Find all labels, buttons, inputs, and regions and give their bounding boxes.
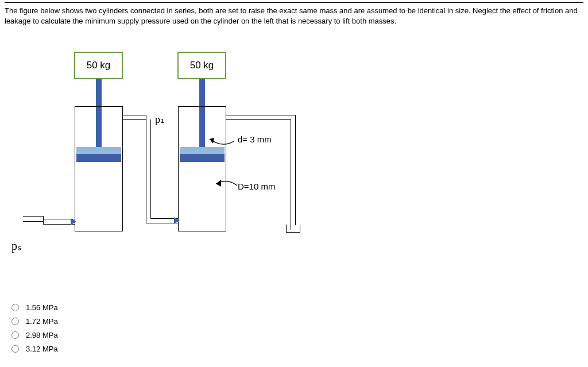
option-3-radio[interactable] [11, 331, 19, 339]
mass-left: 50 kg [74, 52, 123, 79]
answer-options: 1.56 MPa 1.72 MPa 2.98 MPa 3.12 MPa [11, 303, 58, 358]
option-1-radio[interactable] [11, 304, 19, 311]
diagram: 50 kg 50 kg p₁ pₛ d= 3 mm D= [0, 46, 588, 276]
option-4-radio[interactable] [11, 345, 19, 353]
cylinder-left [75, 106, 123, 231]
arrow-supply [71, 218, 76, 225]
d-small-label: d= 3 mm [238, 134, 272, 144]
cylinder-right [178, 106, 226, 231]
p1-label: p₁ [155, 113, 164, 126]
mass-right: 50 kg [177, 52, 226, 79]
option-3-label: 2.98 MPa [26, 331, 58, 339]
option-2-label: 1.72 MPa [26, 317, 58, 326]
option-4-label: 3.12 MPa [26, 345, 58, 353]
question-text: The figure below shows two cylinders con… [5, 6, 583, 26]
mass-right-label: 50 kg [190, 60, 214, 71]
mass-left-label: 50 kg [87, 60, 111, 71]
option-1-label: 1.56 MPa [26, 303, 58, 312]
option-2-radio[interactable] [11, 318, 19, 325]
arrow-p1 [174, 217, 180, 224]
d-large-label: D=10 mm [238, 181, 275, 191]
ps-label: pₛ [11, 239, 21, 253]
tank [286, 225, 300, 233]
